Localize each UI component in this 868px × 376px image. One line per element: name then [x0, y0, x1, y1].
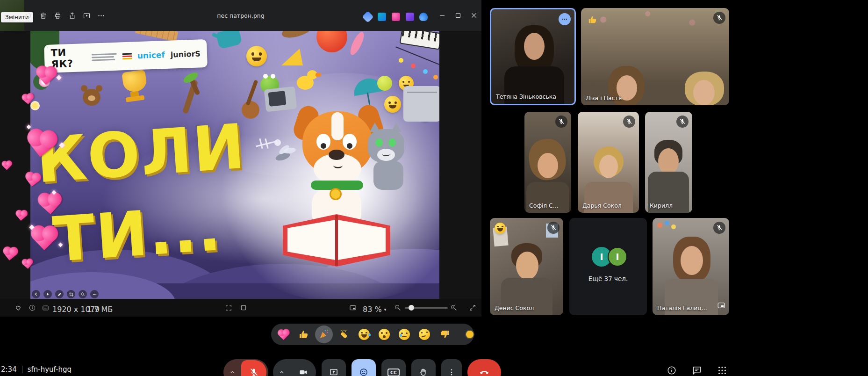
photo-viewer-window: Змінити пес патрон.png — [0, 0, 481, 317]
minimize-button[interactable] — [435, 8, 449, 22]
slide-image: ТИ ЯК? unicef juniorS КОЛИ ТИ... — [30, 31, 439, 299]
clapping-reaction[interactable] — [338, 328, 350, 340]
meet-window: Змінити пес патрон.png — [0, 0, 868, 376]
thinking-reaction[interactable] — [418, 328, 430, 340]
fit-screen-icon[interactable] — [222, 302, 235, 314]
raise-hand-button[interactable] — [411, 359, 436, 376]
more-options-button[interactable] — [441, 359, 462, 376]
duck-beak — [316, 73, 321, 77]
zoom-in-icon[interactable] — [448, 302, 460, 314]
dimensions-icon — [39, 302, 51, 314]
mic-options-chevron[interactable] — [223, 359, 241, 376]
fish-head — [274, 139, 281, 146]
draw-icon[interactable] — [55, 290, 64, 298]
purple-app-icon[interactable] — [406, 13, 414, 21]
cc-label: CC — [387, 369, 400, 376]
present-button[interactable] — [322, 359, 346, 376]
mic-muted-icon — [623, 116, 635, 128]
thumbs-up-reaction[interactable] — [298, 328, 310, 340]
cat-body — [373, 161, 403, 190]
maximize-button[interactable] — [451, 8, 465, 22]
crop-icon[interactable] — [67, 290, 75, 298]
meeting-time: 2:34 — [1, 365, 17, 374]
chat-icon[interactable] — [690, 363, 704, 376]
book-spine — [335, 215, 338, 266]
zoom-slider-knob[interactable] — [409, 305, 414, 311]
more-participants-count: Ещё 37 чел. — [569, 275, 647, 282]
more-options-icon[interactable] — [94, 9, 108, 22]
tennis-ball-icon — [377, 76, 392, 91]
camera-button-group — [273, 359, 316, 376]
reactions-button[interactable] — [352, 359, 376, 376]
laughing-reaction-icon — [495, 223, 506, 234]
astonished-reaction[interactable] — [378, 328, 390, 340]
participant-name: Софія С... — [529, 202, 559, 209]
pink-app-icon[interactable] — [392, 13, 400, 21]
prev-image-icon[interactable] — [32, 290, 40, 298]
share-icon[interactable] — [65, 9, 79, 22]
captions-button[interactable]: CC — [381, 359, 406, 376]
juniors-logo: juniorS — [170, 49, 201, 59]
image-app-icon[interactable] — [378, 13, 386, 21]
divider — [22, 366, 22, 373]
participant-name: Тетяна Зіньковська — [496, 93, 556, 100]
tile-menu-icon[interactable] — [559, 13, 571, 25]
filmstrip-icon[interactable] — [347, 302, 359, 314]
delete-icon[interactable] — [36, 9, 50, 22]
info-icon[interactable] — [26, 302, 38, 314]
image-overlay-controls — [32, 290, 99, 298]
mic-muted-icon — [547, 222, 560, 234]
close-button[interactable] — [467, 8, 481, 22]
frog-eye — [263, 74, 268, 79]
cloud-app-icon[interactable] — [419, 13, 428, 21]
play-slideshow-icon[interactable] — [43, 290, 52, 298]
crying-reaction[interactable] — [398, 328, 410, 340]
fullscreen-icon[interactable] — [466, 302, 479, 314]
party-popper-reaction[interactable] — [318, 328, 330, 340]
cat-eye — [375, 138, 383, 147]
pip-toggle-icon[interactable] — [717, 301, 725, 311]
dog-pupil — [347, 143, 352, 149]
cooperation-logo — [122, 53, 132, 59]
participant-tile[interactable]: Тетяна Зіньковська — [490, 8, 576, 105]
light-bulb — [411, 64, 416, 68]
apps-grid-icon[interactable] — [715, 363, 729, 376]
microwave-window — [268, 91, 287, 107]
reactions-bar — [271, 324, 474, 345]
joy-reaction[interactable] — [358, 328, 370, 340]
light-bulb — [433, 75, 438, 80]
camera-button[interactable] — [291, 359, 316, 376]
rotate-icon[interactable] — [22, 9, 35, 22]
more-participants-tile[interactable]: І І Ещё 37 чел. — [569, 218, 647, 315]
slide-title-line1: КОЛИ — [34, 116, 247, 192]
mic-muted-icon — [713, 12, 725, 24]
skin-tone-selector[interactable] — [465, 330, 474, 339]
print-icon[interactable] — [51, 9, 64, 22]
frog-eye — [271, 74, 275, 79]
actual-size-icon[interactable] — [237, 302, 250, 314]
participant-tile[interactable]: Денис Сокол — [490, 218, 563, 315]
more-overlay-icon[interactable] — [90, 290, 99, 298]
participant-tile[interactable]: Дарья Сокол — [578, 112, 639, 213]
slideshow-icon[interactable] — [80, 9, 93, 22]
teddy-muzzle — [88, 95, 95, 101]
teddy-ear — [96, 85, 102, 92]
camera-options-chevron[interactable] — [273, 359, 291, 376]
meeting-code: sfn-hyuf-hgq — [28, 365, 72, 374]
zoom-icon[interactable] — [79, 290, 87, 298]
participant-tile[interactable]: Ліза і Настя — [581, 8, 729, 105]
end-call-button[interactable] — [467, 359, 501, 376]
thumbs-down-reaction[interactable] — [438, 328, 451, 340]
zoom-level-dropdown[interactable]: 83 %▾ — [363, 305, 386, 314]
thumbs-up-reaction-icon — [588, 14, 598, 27]
dog-pupil — [321, 143, 326, 149]
favorite-icon[interactable] — [12, 302, 24, 314]
participant-name: Кирилл — [650, 202, 673, 209]
meeting-details-icon[interactable] — [665, 363, 679, 376]
participant-tile[interactable]: Наталія Галиц... — [653, 218, 729, 315]
participant-tile[interactable]: Софія С... — [524, 112, 571, 213]
mic-mute-button[interactable] — [241, 360, 266, 376]
participant-tile[interactable]: Кирилл — [645, 112, 692, 213]
zoom-out-icon[interactable] — [392, 302, 404, 314]
sparkling-heart-reaction[interactable] — [278, 328, 290, 340]
